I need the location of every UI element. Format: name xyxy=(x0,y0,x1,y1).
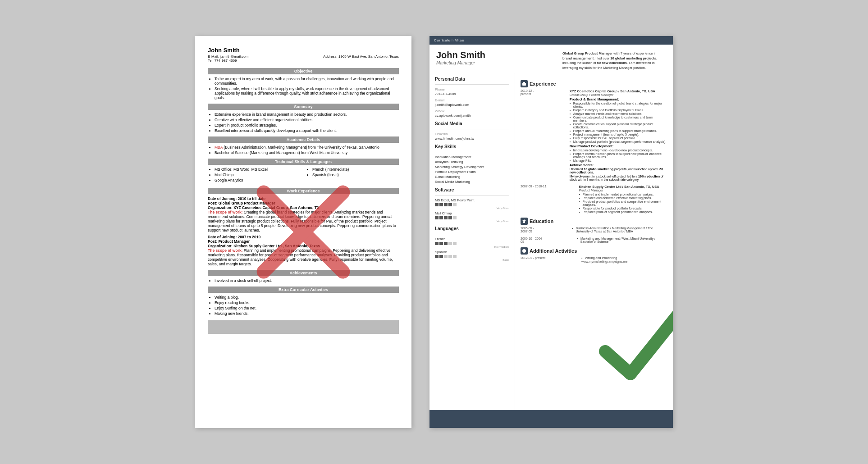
technical-header: Technical Skills & Languages xyxy=(208,159,399,165)
edu1-content: Business Administration / Marketing Mana… xyxy=(572,227,667,233)
exp2-bullet-3: Provided product portfolios and competit… xyxy=(579,200,667,206)
summary-item-1: Extensive experience in brand management… xyxy=(215,112,399,117)
bar-fr-2 xyxy=(439,242,443,245)
skill-innovation: Innovation Management xyxy=(435,155,509,159)
exp2-company: Kitchen Supply Center Ltd / San Antonio,… xyxy=(579,185,667,189)
bar-block-4 xyxy=(448,203,452,206)
software-excel: MS Excel, MS PowerPoint Very Good xyxy=(435,198,509,209)
exp1-bullet-4: Communicate product knowledge to custome… xyxy=(570,116,667,122)
personal-data-header: Personal Data xyxy=(435,77,509,82)
exp2-role: Product Manager xyxy=(579,189,667,192)
exp1-npd-1: Innovation development - develop new pro… xyxy=(570,149,667,152)
skill-3: Google Analytics xyxy=(215,178,301,182)
key-skills-header: Key Skills xyxy=(435,144,509,149)
bar-block-mc-5 xyxy=(453,216,457,219)
skill-marketing-strategy: Marketing Strategy Development xyxy=(435,165,509,169)
exp1-role: Global Group Product Manager xyxy=(570,93,667,96)
experience-header: Experience xyxy=(530,81,556,86)
excel-level: Very Good xyxy=(435,207,509,209)
exp1-npd-2: Prepare communication plans to support n… xyxy=(570,152,667,159)
bar-sp-2 xyxy=(439,255,443,258)
add1-content: Writing and Influencing www.mymarketingc… xyxy=(581,256,627,263)
skill-2: Mail Chimp xyxy=(215,173,301,177)
left-resume: John Smith E-Mail: j.smith@mail.com Addr… xyxy=(195,36,411,428)
exp-entry-2: 2007-09 - 2010-11 Kitchen Supply Center … xyxy=(521,185,667,214)
software-header: Software xyxy=(435,187,509,192)
add1-url: www.mymarketingcampaigns.me xyxy=(581,260,627,263)
job1-scope-label: The scope of work: xyxy=(208,210,242,214)
exp1-ach-text: I finalized 10 global marketing projects… xyxy=(570,168,667,174)
right-title: Marketing Manager xyxy=(436,60,562,65)
summary-header: Summary xyxy=(208,104,399,110)
exp-entry-1: 2010-12 - present XYZ Cosmetics Capital … xyxy=(521,89,667,181)
exp1-bullet-6: Prepare annual marketing plans to suppor… xyxy=(570,129,667,132)
academic-item-1: MBA (Business Administration, Marketing … xyxy=(215,145,399,150)
edu2-content: Marketing and Management / West Miami Un… xyxy=(577,237,667,244)
extra-2: Enjoy reading books. xyxy=(215,300,399,305)
exp2-bullet-1: Planned and implemented promotional camp… xyxy=(579,193,667,196)
exp1-subtitle-ach: Achievements: xyxy=(570,163,667,167)
achievements-header: Achievements xyxy=(208,270,399,276)
left-phone: Tel: 774-987-4009 xyxy=(208,59,237,63)
bar-sp-1 xyxy=(435,255,439,258)
exp1-dates: 2010-12 - present xyxy=(521,89,538,181)
exp1-bullet-9: Manage product portfolio (product segmen… xyxy=(570,140,667,143)
academic-header: Academic Details xyxy=(208,136,399,143)
exp1-bullet-5: Create communication support plans for s… xyxy=(570,123,667,129)
lang-1: French (intermediate) xyxy=(312,167,399,172)
bar-fr-4 xyxy=(448,242,452,245)
objective-item-1: To be an expert in my area of work, with… xyxy=(215,77,399,86)
additional-header: Additional Activities xyxy=(530,248,577,254)
bar-block-mc-1 xyxy=(435,216,439,219)
exp1-bullet-1: Responsible for the creation of global b… xyxy=(570,102,667,108)
edu1-dates: 2005-09 - 2007-05 xyxy=(521,227,541,233)
languages-header: Languages xyxy=(435,226,509,231)
right-name: John Smith xyxy=(436,50,562,60)
bar-sp-5 xyxy=(453,255,457,258)
exp2-bullet-4: Responsible for product portfolio foreca… xyxy=(579,207,667,210)
bar-sp-4 xyxy=(448,255,452,258)
bar-block-mc-3 xyxy=(444,216,448,219)
right-email: j.smith@uptowork.com xyxy=(435,103,509,107)
skills-section: MS Office: MS Word, MS Excel Mail Chimp … xyxy=(208,167,399,184)
cv-label: Curriculum Vitae xyxy=(429,36,673,45)
exp1-content: XYZ Cosmetics Capital Group / San Antoni… xyxy=(570,89,667,181)
exp1-bullet-2: Prepare Category and Portfolio Deploymen… xyxy=(570,109,667,112)
extra-list: Writing a blog. Enjoy reading books. Enj… xyxy=(208,295,399,316)
add1-dates: 2012-01 - present xyxy=(521,256,550,263)
job1: Date of Joining: 2010 to till date Post:… xyxy=(208,196,399,232)
additional-header-row: Additional Activities xyxy=(521,247,667,255)
summary-list: Extensive experience in brand management… xyxy=(208,112,399,133)
bar-block-3 xyxy=(444,203,448,206)
edu-entry-2: 2000-10 - 2004-05 Marketing and Manageme… xyxy=(521,237,667,244)
work-header: Work Experience xyxy=(208,188,399,194)
lang-2: Spanish (basic) xyxy=(312,173,399,177)
phone-label: Phone xyxy=(435,87,509,91)
experience-header-row: Experience xyxy=(521,80,667,87)
additional-entry-1: 2012-01 - present Writing and Influencin… xyxy=(521,256,667,263)
achievements-list: Involved in a stock sell-off project. xyxy=(208,278,399,283)
bottom-bar xyxy=(429,410,673,428)
skill-social: Social Media Marketing xyxy=(435,180,509,184)
bar-fr-1 xyxy=(435,242,439,245)
exp1-bullet-7: Project management (teams of up to 5 peo… xyxy=(570,133,667,136)
extra-4: Making new friends. xyxy=(215,311,399,316)
left-name: John Smith xyxy=(208,47,399,54)
job2-scope: The scope of work: Planning and implemen… xyxy=(208,248,399,266)
lang-french: French Intermediate xyxy=(435,237,509,248)
www-label: WWW xyxy=(435,109,509,113)
experience-icon xyxy=(521,80,528,87)
skill-1: MS Office: MS Word, MS Excel xyxy=(215,167,301,172)
exp2-dates: 2007-09 - 2010-11 xyxy=(521,185,548,214)
achievement-1: Involved in a stock sell-off project. xyxy=(215,278,399,283)
additional-icon xyxy=(521,247,528,255)
skills-col2: French (intermediate) Spanish (basic) xyxy=(306,167,399,177)
bar-fr-5 xyxy=(453,242,457,245)
exp1-bullet-3: Analyze market trends and recommend solu… xyxy=(570,112,667,115)
bar-block-1 xyxy=(435,203,439,206)
extra-1: Writing a blog. xyxy=(215,295,399,300)
exp1-subtitle-brand: Product & Brand Management: xyxy=(570,97,667,101)
main-content: Personal Data Phone 774-987-4009 E-mail … xyxy=(429,73,673,420)
right-www: cv.uptowork.com/j.smith xyxy=(435,114,509,118)
edu-entry-1: 2005-09 - 2007-05 Business Administratio… xyxy=(521,227,667,233)
